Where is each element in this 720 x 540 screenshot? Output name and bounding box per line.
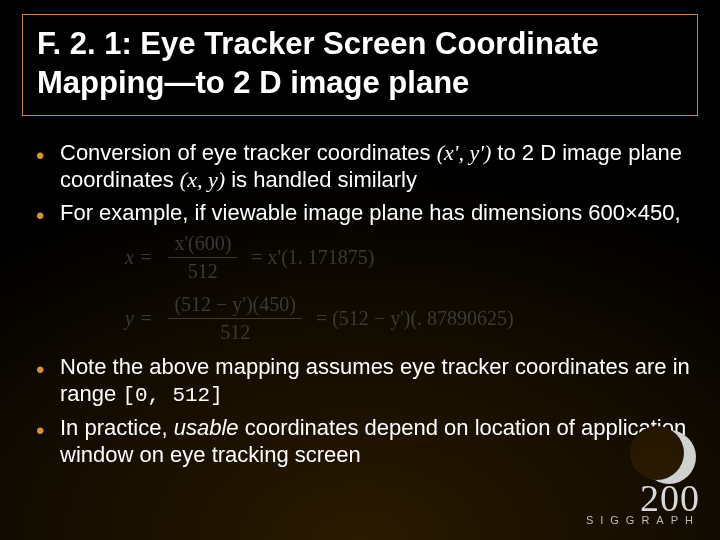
- denominator: 512: [220, 319, 250, 344]
- bullet-4: In practice, usable coordinates depend o…: [30, 415, 694, 469]
- text: For example, if viewable image plane has…: [60, 200, 681, 225]
- fraction: (512 − y')(450) 512: [168, 293, 302, 344]
- text: In practice,: [60, 415, 174, 440]
- coord-xy-prime: (x', y'): [437, 140, 492, 165]
- logo-siggraph: SIGGRAPH: [586, 514, 700, 526]
- eq-x-rhs: = x'(1. 171875): [251, 246, 374, 269]
- eq-y-rhs: = (512 − y')(. 87890625): [316, 307, 514, 330]
- bullet-list-2: Note the above mapping assumes eye track…: [30, 354, 694, 468]
- bullet-list: Conversion of eye tracker coordinates (x…: [30, 140, 694, 226]
- bullet-1: Conversion of eye tracker coordinates (x…: [30, 140, 694, 194]
- range-literal: [0, 512]: [122, 384, 222, 407]
- equation-x: x = x'(600) 512 = x'(1. 171875): [125, 232, 694, 283]
- fraction: x'(600) 512: [168, 232, 237, 283]
- bullet-2: For example, if viewable image plane has…: [30, 200, 694, 227]
- numerator: x'(600): [168, 232, 237, 258]
- eq-x-lhs: x =: [125, 246, 152, 269]
- eq-y-lhs: y =: [125, 307, 152, 330]
- slide-title: F. 2. 1: Eye Tracker Screen Coordinate M…: [37, 25, 683, 103]
- footer-logo: 200 SIGGRAPH: [586, 476, 700, 526]
- title-box: F. 2. 1: Eye Tracker Screen Coordinate M…: [22, 14, 698, 116]
- equations-block: x = x'(600) 512 = x'(1. 171875) y = (512…: [125, 232, 694, 344]
- text: Conversion of eye tracker coordinates: [60, 140, 437, 165]
- equation-y: y = (512 − y')(450) 512 = (512 − y')(. 8…: [125, 293, 694, 344]
- text: is handled similarly: [225, 167, 417, 192]
- numerator: (512 − y')(450): [168, 293, 302, 319]
- denominator: 512: [188, 258, 218, 283]
- bullet-3: Note the above mapping assumes eye track…: [30, 354, 694, 408]
- slide: F. 2. 1: Eye Tracker Screen Coordinate M…: [0, 0, 720, 540]
- emph: usable: [174, 415, 239, 440]
- coord-xy: (x, y): [180, 167, 225, 192]
- slide-body: Conversion of eye tracker coordinates (x…: [30, 140, 694, 474]
